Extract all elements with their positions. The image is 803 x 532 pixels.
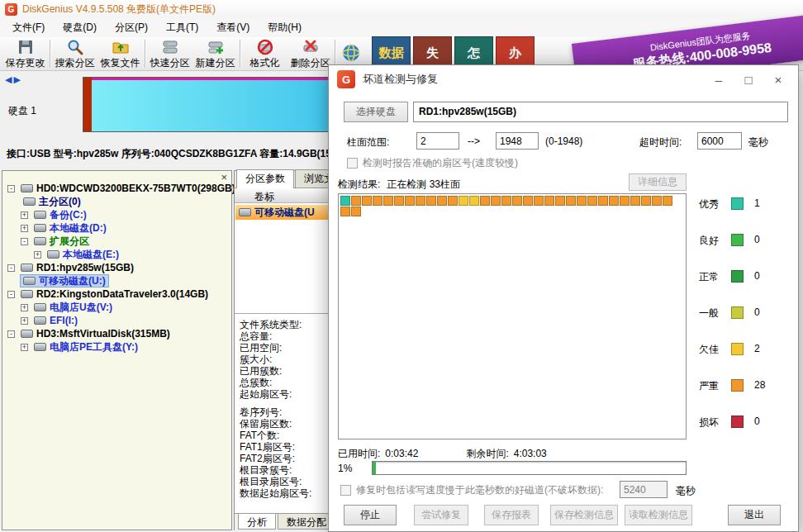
- cylinder-cell: [641, 196, 651, 206]
- cylinder-from-input[interactable]: [416, 132, 459, 150]
- drive-icon: [47, 250, 59, 259]
- cylinder-cell: [544, 196, 554, 206]
- tree-item-body: EFI(I:): [31, 315, 80, 326]
- toolbar-separator: [335, 40, 335, 68]
- expand-icon[interactable]: +: [34, 251, 41, 259]
- cylinder-cell: [480, 196, 490, 206]
- tab-analysis[interactable]: 分析: [238, 514, 276, 530]
- cylinder-to-input[interactable]: [496, 132, 539, 150]
- diskgenius-window: G DiskGenius V4.9.5.508 免费版(单文件PE版) 文件(F…: [0, 0, 803, 532]
- legend-color-swatch: [731, 379, 744, 392]
- tab-partition-params[interactable]: 分区参数: [236, 169, 294, 188]
- progress-bar: [372, 461, 687, 475]
- tree-item-hd0-d[interactable]: +本地磁盘(D:): [4, 221, 230, 235]
- legend-fair: 一般0: [699, 306, 765, 343]
- close-icon[interactable]: ×: [763, 68, 793, 91]
- next-disk-icon[interactable]: ▶: [13, 74, 21, 84]
- dialog-button-row: 停止尝试修复保存报表保存检测信息读取检测信息退出: [329, 503, 798, 528]
- tree-item-body: 电脑店U盘(V:): [31, 302, 115, 313]
- cylinder-cell: [598, 196, 608, 206]
- tree-item-rd2-i[interactable]: +EFI(I:): [4, 314, 230, 327]
- result-label: 检测结果:: [338, 178, 380, 192]
- cylinder-cell: [491, 196, 501, 206]
- cylinder-cell: [630, 196, 640, 206]
- tree-item-rd1[interactable]: -RD1:hpv285w(15GB): [4, 261, 230, 274]
- tree-item-hd0-primary[interactable]: 主分区(0): [4, 195, 230, 208]
- select-disk-button[interactable]: 选择硬盘: [344, 102, 408, 122]
- tree-item-rd2[interactable]: -RD2:KingstonDataTraveler3.0(14GB): [4, 287, 230, 301]
- remaining-label: 剩余时间:: [466, 448, 508, 459]
- delete-partition-button[interactable]: 删除分区: [287, 38, 333, 69]
- cylinder-cell: [566, 196, 576, 206]
- tree-item-rd2-v[interactable]: +电脑店U盘(V:): [4, 301, 230, 314]
- menu-help[interactable]: 帮助(H): [259, 18, 311, 37]
- collapse-icon[interactable]: -: [7, 264, 15, 272]
- tree-item-hd0[interactable]: -HD0:WDCWD3200BEKX-75B7WT0(298GB): [4, 182, 230, 195]
- accurate-sector-option[interactable]: 检测时报告准确的扇区号(速度较慢): [347, 156, 518, 170]
- new-partition-button[interactable]: 新建分区: [192, 38, 238, 69]
- tab-data-allocation[interactable]: 数据分配: [278, 514, 335, 530]
- search-partition-button[interactable]: 搜索分区: [52, 38, 97, 69]
- expand-icon[interactable]: +: [21, 225, 28, 232]
- disk-nav-arrows[interactable]: ◀▶: [5, 74, 22, 85]
- tree-item-hd0-e[interactable]: +本地磁盘(E:): [4, 248, 230, 261]
- partition-tree: -HD0:WDCWD3200BEKX-75B7WT0(298GB)主分区(0)+…: [4, 182, 230, 354]
- cylinder-cell: [351, 196, 361, 206]
- tree-item-hd0-c[interactable]: +备份(C:): [4, 208, 230, 221]
- disk-selector[interactable]: RD1:hpv285w(15GB): [413, 102, 788, 122]
- app-logo-icon: G: [5, 3, 17, 16]
- cylinder-range-label: 柱面范围:: [347, 135, 389, 150]
- partition-bar-segment[interactable]: [83, 78, 92, 131]
- expand-icon[interactable]: +: [21, 317, 28, 325]
- expand-icon[interactable]: +: [21, 211, 28, 219]
- drive-icon: [34, 237, 46, 245]
- collapse-icon[interactable]: -: [7, 291, 15, 298]
- cylinder-cell: [383, 196, 393, 206]
- toolbar-button-label: 删除分区: [291, 56, 330, 70]
- menu-view[interactable]: 查看(V): [207, 18, 259, 37]
- minimize-icon[interactable]: –: [704, 68, 734, 91]
- save-changes-icon: [17, 38, 35, 56]
- cylinder-cell: [469, 196, 479, 206]
- stop-button[interactable]: 停止: [344, 505, 397, 525]
- cylinder-cell: [340, 196, 350, 206]
- timeout-input[interactable]: [697, 132, 742, 150]
- menu-tools[interactable]: 工具(T): [157, 18, 207, 37]
- expand-icon[interactable]: +: [21, 304, 28, 311]
- exit-button[interactable]: 退出: [728, 505, 781, 525]
- legend-poor: 欠佳2: [699, 343, 765, 379]
- tree-item-rd1-u[interactable]: 可移动磁盘(U:): [4, 274, 230, 287]
- save-changes-button[interactable]: 保存更改: [2, 38, 48, 69]
- maximize-icon[interactable]: □: [734, 68, 763, 91]
- tree-item-label: 本地磁盘(D:): [50, 221, 107, 235]
- checkbox-icon[interactable]: [347, 158, 358, 169]
- tree-item-label: HD3:MsftVirtualDisk(315MB): [36, 328, 170, 340]
- cylinder-cell: [437, 196, 447, 206]
- disk-label[interactable]: 硬盘 1: [8, 104, 36, 118]
- tree-item-body: 本地磁盘(D:): [31, 222, 109, 234]
- expand-icon[interactable]: +: [21, 344, 28, 351]
- detail-info-button: 详细信息: [629, 173, 687, 191]
- quick-partition-button[interactable]: 快速分区: [147, 38, 192, 69]
- legend-count: 1: [754, 197, 760, 209]
- toolbar-button-label: 搜索分区: [55, 56, 95, 70]
- tree-item-hd0-ext[interactable]: -扩展分区: [4, 235, 230, 248]
- tree-item-hd3[interactable]: -HD3:MsftVirtualDisk(315MB): [4, 327, 230, 340]
- tree-item-body: 扩展分区: [31, 235, 92, 247]
- toolbar-button-label: 新建分区: [196, 56, 235, 70]
- collapse-icon[interactable]: -: [7, 330, 15, 338]
- prev-disk-icon[interactable]: ◀: [5, 74, 13, 84]
- menu-disk[interactable]: 硬盘(D): [54, 18, 106, 37]
- cylinder-cell: [405, 196, 415, 206]
- online-help-icon[interactable]: [340, 42, 362, 66]
- recover-files-button[interactable]: 恢复文件: [97, 38, 143, 69]
- menu-file[interactable]: 文件(F): [3, 18, 54, 37]
- tree-item-hd3-y[interactable]: +电脑店PE工具盘(Y:): [4, 340, 230, 354]
- range-hint: (0-1948): [545, 135, 582, 147]
- format-button[interactable]: 格式化: [242, 38, 287, 69]
- toolbar-button-label: 恢复文件: [101, 56, 140, 70]
- collapse-icon[interactable]: -: [21, 238, 28, 245]
- menu-partition[interactable]: 分区(P): [106, 18, 157, 37]
- collapse-icon[interactable]: -: [7, 185, 15, 192]
- tree-item-body: HD3:MsftVirtualDisk(315MB): [18, 328, 173, 340]
